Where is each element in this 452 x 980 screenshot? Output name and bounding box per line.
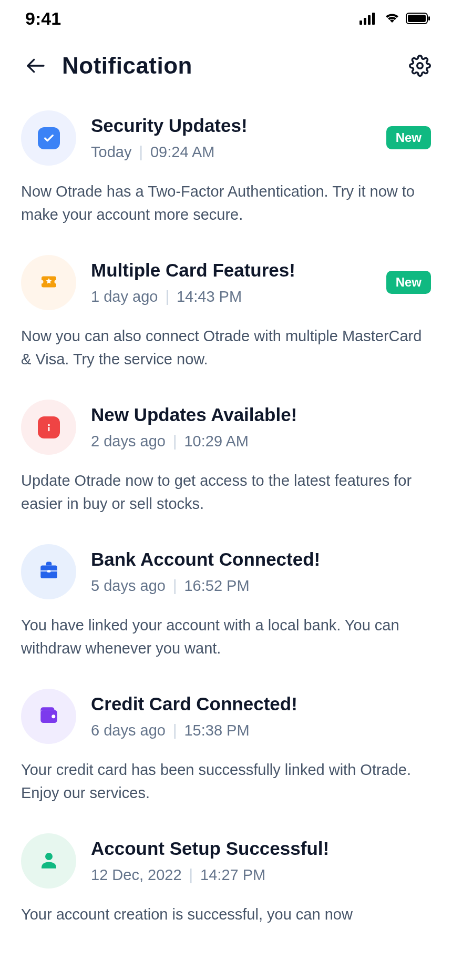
notification-time: 16:52 PM: [184, 577, 249, 595]
svg-rect-0: [359, 21, 362, 25]
notification-meta: 1 day ago | 14:43 PM: [91, 288, 431, 305]
notification-text: Bank Account Connected! 5 days ago | 16:…: [91, 549, 431, 595]
notification-date: 12 Dec, 2022: [91, 866, 182, 884]
svg-rect-5: [408, 15, 426, 22]
notification-title: Bank Account Connected!: [91, 549, 431, 570]
notification-date: 6 days ago: [91, 722, 166, 739]
notification-header: Multiple Card Features! 1 day ago | 14:4…: [21, 255, 431, 310]
notification-body: Update Otrade now to get access to the l…: [21, 469, 431, 515]
wifi-icon: [384, 12, 400, 25]
notification-text: Account Setup Successful! 12 Dec, 2022 |…: [91, 838, 431, 884]
notification-icon-wrap: [21, 255, 76, 310]
notification-text: Credit Card Connected! 6 days ago | 15:3…: [91, 693, 431, 739]
svg-rect-12: [47, 570, 50, 572]
status-icons: [359, 12, 431, 25]
notification-item[interactable]: New Updates Available! 2 days ago | 10:2…: [21, 400, 431, 515]
notification-text: New Updates Available! 2 days ago | 10:2…: [91, 404, 431, 450]
meta-separator: |: [173, 433, 177, 450]
notification-time: 15:38 PM: [184, 722, 249, 739]
status-bar: 9:41: [0, 0, 452, 37]
status-time: 9:41: [25, 8, 61, 29]
notification-time: 09:24 AM: [150, 144, 215, 161]
notification-meta: Today | 09:24 AM: [91, 144, 431, 161]
notification-icon-wrap: [21, 400, 76, 455]
svg-point-15: [45, 853, 53, 860]
meta-separator: |: [173, 577, 177, 595]
notification-item[interactable]: Credit Card Connected! 6 days ago | 15:3…: [21, 689, 431, 804]
notification-date: 1 day ago: [91, 288, 158, 305]
notification-date: Today: [91, 144, 131, 161]
wallet-icon: [38, 705, 60, 729]
notification-body: You have linked your account with a loca…: [21, 614, 431, 660]
svg-rect-2: [368, 15, 371, 25]
gear-icon: [409, 55, 431, 77]
back-button[interactable]: [25, 55, 46, 76]
svg-rect-1: [364, 18, 366, 25]
notification-icon-wrap: [21, 544, 76, 599]
notification-header: Bank Account Connected! 5 days ago | 16:…: [21, 544, 431, 599]
notification-body: Now Otrade has a Two-Factor Authenticati…: [21, 180, 431, 226]
notification-title: Account Setup Successful!: [91, 838, 431, 859]
notification-item[interactable]: Account Setup Successful! 12 Dec, 2022 |…: [21, 833, 431, 926]
notification-time: 14:27 PM: [200, 866, 265, 884]
notification-meta: 6 days ago | 15:38 PM: [91, 722, 431, 739]
notification-header: New Updates Available! 2 days ago | 10:2…: [21, 400, 431, 455]
arrow-left-icon: [25, 55, 46, 76]
svg-rect-6: [428, 16, 430, 21]
svg-point-14: [52, 714, 55, 718]
signal-icon: [359, 12, 378, 25]
notification-header: Account Setup Successful! 12 Dec, 2022 |…: [21, 833, 431, 889]
notification-title: Credit Card Connected!: [91, 693, 431, 714]
notification-header: Credit Card Connected! 6 days ago | 15:3…: [21, 689, 431, 744]
notification-icon-wrap: [21, 833, 76, 889]
notification-item[interactable]: Bank Account Connected! 5 days ago | 16:…: [21, 544, 431, 660]
notification-item[interactable]: Security Updates! Today | 09:24 AM New N…: [21, 110, 431, 226]
notification-icon-wrap: [21, 110, 76, 166]
notification-item[interactable]: Multiple Card Features! 1 day ago | 14:4…: [21, 255, 431, 371]
check-icon: [38, 127, 60, 149]
notification-meta: 12 Dec, 2022 | 14:27 PM: [91, 866, 431, 884]
notification-body: Your account creation is successful, you…: [21, 903, 431, 926]
new-badge: New: [386, 271, 431, 294]
svg-rect-3: [372, 13, 375, 25]
ticket-icon: [38, 271, 60, 295]
notification-time: 10:29 AM: [184, 433, 249, 450]
svg-rect-10: [48, 427, 49, 431]
notification-text: Multiple Card Features! 1 day ago | 14:4…: [91, 260, 431, 305]
notification-text: Security Updates! Today | 09:24 AM: [91, 115, 431, 161]
battery-icon: [406, 12, 431, 25]
notifications-list: Security Updates! Today | 09:24 AM New N…: [0, 95, 452, 926]
meta-separator: |: [139, 144, 143, 161]
notification-body: Now you can also connect Otrade with mul…: [21, 325, 431, 371]
new-badge: New: [386, 126, 431, 149]
notification-time: 14:43 PM: [177, 288, 242, 305]
settings-button[interactable]: [409, 55, 431, 77]
notification-date: 5 days ago: [91, 577, 166, 595]
meta-separator: |: [173, 722, 177, 739]
svg-point-9: [48, 424, 50, 426]
notification-header: Security Updates! Today | 09:24 AM New: [21, 110, 431, 166]
svg-point-8: [417, 63, 423, 69]
meta-separator: |: [189, 866, 193, 884]
user-icon: [38, 849, 60, 873]
notification-body: Your credit card has been successfully l…: [21, 759, 431, 804]
notification-title: Security Updates!: [91, 115, 431, 136]
notification-date: 2 days ago: [91, 433, 166, 450]
notification-meta: 2 days ago | 10:29 AM: [91, 433, 431, 450]
header: Notification: [0, 37, 452, 95]
meta-separator: |: [165, 288, 169, 305]
notification-title: New Updates Available!: [91, 404, 431, 425]
info-icon: [38, 416, 60, 438]
notification-title: Multiple Card Features!: [91, 260, 431, 281]
notification-meta: 5 days ago | 16:52 PM: [91, 577, 431, 595]
briefcase-icon: [38, 560, 60, 584]
page-title: Notification: [62, 53, 393, 79]
notification-icon-wrap: [21, 689, 76, 744]
